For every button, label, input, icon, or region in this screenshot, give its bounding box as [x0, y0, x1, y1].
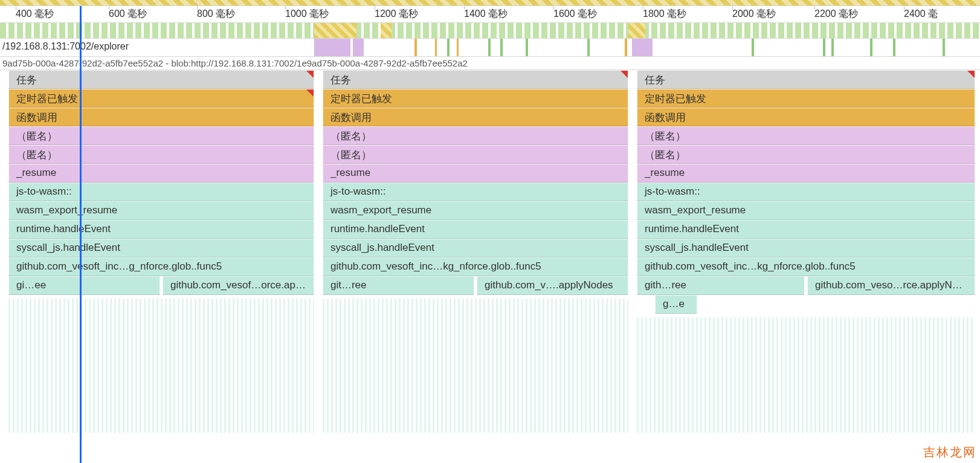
- network-mark: [831, 39, 834, 56]
- flame-bar[interactable]: js-to-wasm::: [637, 183, 975, 201]
- flame-bar[interactable]: syscall_js.handleEvent: [637, 239, 975, 257]
- network-mark: [414, 39, 417, 56]
- network-mark: [893, 39, 895, 56]
- ruler-tick: 1200 毫秒: [375, 8, 418, 21]
- time-ruler[interactable]: 400 毫秒600 毫秒800 毫秒1000 毫秒1200 毫秒1400 毫秒1…: [0, 6, 980, 23]
- flame-bar[interactable]: g…e: [655, 295, 697, 314]
- flame-column[interactable]: 任务定时器已触发函数调用（匿名）（匿名）_resumejs-to-wasm::w…: [323, 70, 628, 433]
- network-mark: [632, 39, 653, 56]
- cpu-overview[interactable]: [0, 23, 980, 39]
- flame-column[interactable]: 任务定时器已触发函数调用（匿名）（匿名）_resumejs-to-wasm::w…: [637, 70, 975, 433]
- flame-bar[interactable]: gi…ee: [8, 276, 160, 295]
- network-mark: [943, 39, 945, 56]
- flame-chart[interactable]: 任务定时器已触发函数调用（匿名）（匿名）_resumejs-to-wasm::w…: [0, 70, 980, 433]
- network-mark: [500, 39, 503, 56]
- flame-bar[interactable]: 定时器已触发: [637, 89, 975, 108]
- flame-bar[interactable]: _resume: [323, 164, 628, 183]
- flame-bar[interactable]: （匿名）: [8, 145, 314, 164]
- flame-bar[interactable]: runtime.handleEvent: [323, 220, 628, 239]
- network-mark: [625, 39, 627, 56]
- ruler-tick: 1000 毫秒: [285, 8, 329, 21]
- playhead[interactable]: [80, 6, 82, 463]
- ruler-tick: 1800 毫秒: [643, 8, 686, 21]
- flame-bar[interactable]: 定时器已触发: [323, 89, 628, 108]
- flame-bar[interactable]: runtime.handleEvent: [637, 220, 975, 239]
- network-mark: [870, 39, 872, 56]
- flame-bar[interactable]: _resume: [637, 164, 975, 183]
- flame-bar[interactable]: （匿名）: [323, 145, 628, 164]
- flame-bar[interactable]: github.com_vesoft_inc…g_nforce.glob..fun…: [8, 257, 314, 276]
- flame-bar[interactable]: 函数调用: [8, 108, 314, 126]
- flame-bar[interactable]: （匿名）: [8, 126, 314, 145]
- flame-bar[interactable]: github.com_v….applyNodes: [477, 276, 628, 295]
- flame-noise: [8, 299, 314, 433]
- flame-bar[interactable]: js-to-wasm::: [323, 183, 628, 201]
- network-mark: [488, 39, 491, 56]
- network-mark: [823, 39, 825, 56]
- network-url: /192.168.8.131:7002/explorer: [2, 41, 129, 52]
- ruler-tick: 2000 毫秒: [732, 8, 776, 21]
- flame-bar[interactable]: wasm_export_resume: [637, 201, 975, 220]
- flame-column[interactable]: 任务定时器已触发函数调用（匿名）（匿名）_resumejs-to-wasm::w…: [8, 70, 314, 433]
- network-mark: [457, 39, 459, 56]
- flame-noise: [323, 299, 628, 433]
- network-mark: [435, 39, 437, 56]
- flame-bar[interactable]: wasm_export_resume: [8, 201, 314, 220]
- ruler-tick: 600 毫秒: [109, 8, 147, 21]
- cpu-busy-block: [381, 23, 392, 38]
- ruler-tick: 400 毫秒: [16, 8, 54, 21]
- flame-bar[interactable]: js-to-wasm::: [8, 183, 314, 201]
- flame-bar[interactable]: git…ree: [323, 276, 474, 295]
- network-mark: [447, 39, 450, 56]
- flame-bar[interactable]: 任务: [8, 70, 314, 89]
- ruler-tick: 2400 毫: [904, 8, 938, 21]
- flame-bar[interactable]: 任务: [637, 70, 975, 89]
- flame-bar[interactable]: gith…ree: [637, 276, 805, 295]
- network-mark: [526, 39, 528, 56]
- flame-bar[interactable]: 任务: [323, 70, 628, 89]
- cpu-busy-block: [314, 23, 356, 38]
- frames-header: 9ad75b-000a-4287-92d2-a5fb7ee552a2 - blo…: [0, 57, 980, 70]
- ruler-tick: 2200 毫秒: [814, 8, 858, 21]
- watermark: 吉林龙网: [923, 444, 976, 461]
- flame-bar[interactable]: github.com_vesof…orce.applyNodes: [163, 276, 314, 295]
- cpu-busy-block: [628, 23, 645, 38]
- flame-bar[interactable]: runtime.handleEvent: [8, 220, 314, 239]
- ruler-tick: 800 毫秒: [197, 8, 235, 21]
- flame-bar[interactable]: （匿名）: [323, 126, 628, 145]
- flame-bar[interactable]: syscall_js.handleEvent: [8, 239, 314, 257]
- flame-bar[interactable]: 函数调用: [637, 108, 975, 126]
- flame-bar[interactable]: 函数调用: [323, 108, 628, 126]
- flame-bar[interactable]: （匿名）: [637, 126, 975, 145]
- network-mark: [314, 39, 350, 56]
- flame-noise: [637, 317, 975, 433]
- network-mark: [353, 39, 364, 56]
- overview-strip[interactable]: [0, 0, 980, 6]
- network-mark: [587, 39, 590, 56]
- flame-bar[interactable]: wasm_export_resume: [323, 201, 628, 220]
- network-row[interactable]: /192.168.8.131:7002/explorer: [0, 39, 980, 57]
- ruler-tick: 1600 毫秒: [553, 8, 597, 21]
- flame-bar[interactable]: syscall_js.handleEvent: [323, 239, 628, 257]
- flame-bar[interactable]: github.com_vesoft_inc…kg_nforce.glob..fu…: [323, 257, 628, 276]
- network-mark: [752, 39, 754, 56]
- flame-bar[interactable]: （匿名）: [637, 145, 975, 164]
- flame-bar[interactable]: _resume: [8, 164, 314, 183]
- flame-bar[interactable]: github.com_veso…rce.applyNodes: [807, 276, 975, 295]
- flame-bar[interactable]: 定时器已触发: [8, 89, 314, 108]
- ruler-tick: 1400 毫秒: [464, 8, 508, 21]
- flame-bar[interactable]: github.com_vesoft_inc…kg_nforce.glob..fu…: [637, 257, 975, 276]
